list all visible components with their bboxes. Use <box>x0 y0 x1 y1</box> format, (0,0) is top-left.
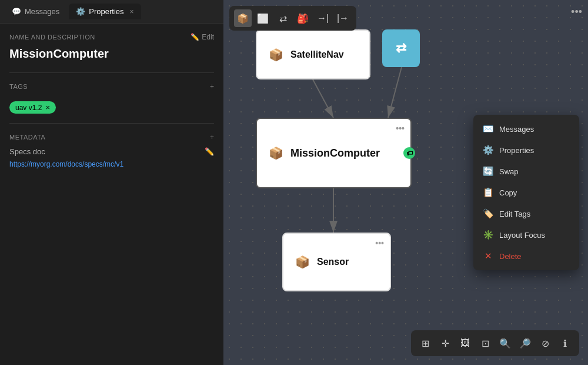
component-name: MissionComputer <box>9 47 214 61</box>
toolbar-more-button[interactable]: ••• <box>571 6 582 18</box>
divider-1 <box>9 72 214 73</box>
left-panel: 💬 Messages ⚙️ Properties × Name and Desc… <box>0 0 223 365</box>
node-mission[interactable]: 📦 MissionComputer ••• 🏷 <box>256 118 412 188</box>
swap-context-label: Swap <box>499 167 519 176</box>
tab-properties[interactable]: ⚙️ Properties × <box>69 4 141 19</box>
edit-name-button[interactable]: ✏️ Edit <box>191 33 214 41</box>
tab-close-button[interactable]: × <box>130 8 134 16</box>
context-edit-tags[interactable]: 🏷️ Edit Tags <box>473 203 579 224</box>
tab-bar: 💬 Messages ⚙️ Properties × <box>0 0 223 24</box>
properties-context-label: Properties <box>499 146 534 155</box>
node-satellite[interactable]: 📦 SatelliteNav <box>256 29 370 79</box>
tags-section: Tags + uav v1.2 × <box>9 82 214 114</box>
svg-line-1 <box>313 79 333 118</box>
messages-context-icon: ✉️ <box>483 124 493 134</box>
context-layout-focus[interactable]: ✳️ Layout Focus <box>473 224 579 245</box>
tag-uav: uav v1.2 × <box>9 101 56 114</box>
top-toolbar: 📦 ⬜ ⇄ 🎒 →| |→ <box>229 6 356 31</box>
bottom-zoom-out-button[interactable]: 🔎 <box>516 334 534 353</box>
toolbar-square-button[interactable]: ⬜ <box>254 9 272 27</box>
specs-label-text: Specs doc <box>9 147 45 156</box>
context-delete[interactable]: ✕ Delete <box>473 245 579 267</box>
metadata-section: Metadata + Specs doc ✏️ https://myorg.co… <box>9 133 214 169</box>
specs-edit-icon[interactable]: ✏️ <box>205 147 214 156</box>
mission-tag-badge: 🏷 <box>403 147 415 159</box>
copy-context-icon: 📋 <box>483 187 493 198</box>
canvas-area: 📦 ⬜ ⇄ 🎒 →| |→ ••• 📦 SatelliteNav ⇄ 📦 Mis… <box>223 0 588 365</box>
toolbar-arrow-in-button[interactable]: →| <box>314 9 332 27</box>
context-swap[interactable]: 🔄 Swap <box>473 161 579 182</box>
context-messages[interactable]: ✉️ Messages <box>473 118 579 140</box>
bottom-info-button[interactable]: ℹ <box>556 334 574 353</box>
sensor-node-label: Sensor <box>317 257 349 267</box>
name-section-header: Name and Description ✏️ Edit <box>9 33 214 41</box>
mission-node-icon: 📦 <box>269 146 283 160</box>
edit-tags-context-icon: 🏷️ <box>483 208 493 219</box>
add-tag-button[interactable]: + <box>210 82 214 91</box>
tag-label: uav v1.2 <box>15 104 42 112</box>
properties-tab-label: Properties <box>89 7 123 16</box>
bottom-image-button[interactable]: 🖼 <box>456 334 475 353</box>
tag-remove-button[interactable]: × <box>45 103 50 112</box>
properties-tab-icon: ⚙️ <box>76 7 85 16</box>
messages-tab-label: Messages <box>25 7 59 16</box>
sensor-node-dots[interactable]: ••• <box>375 238 384 248</box>
divider-2 <box>9 123 214 124</box>
context-copy[interactable]: 📋 Copy <box>473 182 579 203</box>
layout-focus-context-icon: ✳️ <box>483 230 493 240</box>
edit-tags-context-label: Edit Tags <box>499 210 530 218</box>
tab-messages[interactable]: 💬 Messages <box>5 4 66 19</box>
bottom-toolbar: ⊞ ✛ 🖼 ⊡ 🔍 🔎 ⊘ ℹ <box>411 330 579 356</box>
node-sensor[interactable]: 📦 Sensor ••• <box>282 233 391 291</box>
shuffle-node-icon: ⇄ <box>396 41 406 56</box>
bottom-nodes-button[interactable]: ⊞ <box>416 334 435 353</box>
metadata-section-header: Metadata + <box>9 133 214 141</box>
specs-label-row: Specs doc ✏️ <box>9 147 214 156</box>
properties-context-icon: ⚙️ <box>483 145 493 155</box>
metadata-section-title: Metadata <box>9 134 45 141</box>
specs-link[interactable]: https://myorg.com/docs/specs/mc/v1 <box>9 160 123 168</box>
context-properties[interactable]: ⚙️ Properties <box>473 140 579 161</box>
bottom-fit-button[interactable]: ⊡ <box>476 334 495 353</box>
name-section-title: Name and Description <box>9 34 95 41</box>
swap-context-icon: 🔄 <box>483 166 493 177</box>
add-metadata-button[interactable]: + <box>210 133 214 141</box>
toolbar-arrow-out-button[interactable]: |→ <box>334 9 352 27</box>
copy-context-label: Copy <box>499 188 517 197</box>
mission-node-label: MissionComputer <box>290 147 380 160</box>
layout-focus-context-label: Layout Focus <box>499 231 545 240</box>
messages-context-label: Messages <box>499 125 534 134</box>
toolbar-bag-button[interactable]: 🎒 <box>294 9 312 27</box>
toolbar-cube-button[interactable]: 📦 <box>234 9 252 27</box>
satellite-node-icon: 📦 <box>269 48 283 62</box>
mission-node-dots[interactable]: ••• <box>396 124 405 133</box>
satellite-node-label: SatelliteNav <box>290 49 344 60</box>
svg-line-2 <box>388 67 402 118</box>
delete-context-icon: ✕ <box>483 251 493 261</box>
bottom-zoom-in-button[interactable]: 🔍 <box>496 334 514 353</box>
context-menu: ✉️ Messages ⚙️ Properties 🔄 Swap 📋 Copy … <box>473 115 579 270</box>
node-shuffle[interactable]: ⇄ <box>382 29 420 67</box>
sensor-node-icon: 📦 <box>295 255 310 269</box>
toolbar-shuffle-button[interactable]: ⇄ <box>274 9 292 27</box>
tags-section-header: Tags + <box>9 82 214 91</box>
delete-context-label: Delete <box>499 252 522 261</box>
messages-tab-icon: 💬 <box>12 7 21 16</box>
bottom-add-button[interactable]: ✛ <box>436 334 455 353</box>
edit-icon: ✏️ <box>191 33 199 41</box>
bottom-reset-button[interactable]: ⊘ <box>536 334 554 353</box>
panel-content: Name and Description ✏️ Edit MissionComp… <box>0 24 223 365</box>
tags-section-title: Tags <box>9 83 28 90</box>
